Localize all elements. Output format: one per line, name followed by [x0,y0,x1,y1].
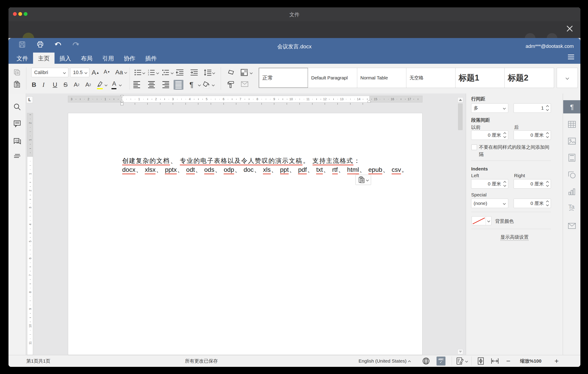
strikethrough-button[interactable]: S [63,81,68,88]
tab-references[interactable]: 引用 [97,53,119,64]
highlight-color-button[interactable] [96,80,104,89]
style-normal[interactable]: 正常 [259,68,308,88]
special-value-spinner[interactable]: 0 厘米 [514,199,551,208]
superscript-button[interactable]: A2 [74,81,80,88]
tab-collaboration[interactable]: 协作 [119,53,140,64]
bold-button[interactable]: B [32,81,36,88]
scrollbar-thumb[interactable] [458,103,463,130]
spell-check-toggle[interactable]: ABC✓ [437,355,445,367]
style-normal-table[interactable]: Normal Table [357,68,406,88]
spin-up-icon[interactable] [546,181,549,184]
bullet-list-arrow[interactable] [143,72,145,74]
shape-settings-tab[interactable] [567,170,576,179]
tab-insert[interactable]: 插入 [54,53,76,64]
paste-button[interactable] [13,81,21,88]
copy-button[interactable] [13,69,21,76]
comments-icon[interactable] [13,120,21,128]
line-spacing-value-spinner[interactable]: 1 [514,103,551,113]
headings-icon[interactable] [13,153,21,161]
header-footer-settings-tab[interactable] [567,153,576,162]
spin-up-icon[interactable] [503,181,506,184]
borders-arrow[interactable] [250,72,252,74]
multilevel-list-arrow[interactable] [171,72,173,74]
mail-merge-settings-tab[interactable] [567,221,576,231]
special-select[interactable]: (none) [471,199,508,208]
document-page[interactable]: 创建复杂的文档、专业的电子表格以及令人赞叹的演示文稿。支持主流格式： docx、… [68,113,422,355]
decrease-indent-button[interactable] [176,69,184,76]
image-settings-tab[interactable] [567,137,576,146]
fit-width-button[interactable] [491,355,499,367]
paragraph-shading-button[interactable] [203,81,210,88]
style-default-paragraph[interactable]: Default Paragrapl [308,68,357,88]
style-gallery-expand-button[interactable] [557,68,578,88]
shading-arrow[interactable] [212,84,214,86]
page-indicator[interactable]: 第1页共1页 [26,355,50,367]
change-case-button[interactable]: Aa [115,69,127,76]
close-icon[interactable] [566,25,573,32]
mail-merge-button[interactable] [241,81,248,87]
spin-up-icon[interactable] [546,132,549,135]
search-icon[interactable] [13,103,21,111]
highlight-color-arrow[interactable] [105,84,107,86]
increase-indent-button[interactable] [190,69,198,76]
line-spacing-button[interactable] [204,69,211,76]
subscript-button[interactable]: A2 [85,81,91,88]
increase-font-button[interactable]: A▲ [92,69,99,76]
chat-icon[interactable] [13,137,21,145]
align-right-button[interactable] [162,81,169,88]
spin-down-icon[interactable] [546,203,549,206]
indent-markers[interactable] [119,95,125,107]
align-center-button[interactable] [148,81,155,88]
tab-layout[interactable]: 布局 [76,53,97,64]
chart-settings-tab[interactable] [567,187,576,196]
style-heading1[interactable]: 标题1 [455,68,505,88]
style-no-spacing[interactable]: 无空格 [406,68,455,88]
numbered-list-button[interactable]: 123 [148,69,155,76]
spin-up-icon[interactable] [546,200,549,203]
tab-plugins[interactable]: 插件 [140,53,162,64]
vertical-ruler[interactable]: 211234567891011 [27,113,33,355]
zoom-out-button[interactable]: − [506,355,511,367]
zoom-in-button[interactable]: + [555,355,559,367]
align-left-button[interactable] [133,81,140,88]
spacing-before-spinner[interactable]: 0 厘米 [471,130,508,140]
bullet-list-button[interactable] [134,69,141,76]
line-spacing-arrow[interactable] [213,72,215,74]
spin-down-icon[interactable] [503,135,506,138]
track-changes-button[interactable] [456,355,468,367]
paragraph-marks-arrow[interactable] [198,84,200,86]
set-document-language-button[interactable] [422,355,430,367]
decrease-font-button[interactable]: A▼ [104,69,110,75]
spin-down-icon[interactable] [546,108,549,111]
font-size-select[interactable]: 10.5 [70,68,89,77]
paragraph-settings-tab-active[interactable]: ¶ [563,100,580,113]
justify-button-active[interactable] [174,80,183,90]
no-space-between-checkbox[interactable] [471,144,477,150]
clear-style-button[interactable] [227,69,235,76]
spin-down-icon[interactable] [546,135,549,138]
spin-up-icon[interactable] [503,132,506,135]
right-indent-marker[interactable] [367,100,371,103]
borders-button[interactable] [240,69,248,76]
language-selector[interactable]: English (United States) [358,355,410,367]
font-color-button[interactable]: A [111,80,117,89]
fit-page-button[interactable] [477,355,484,367]
numbered-list-arrow[interactable] [157,72,159,74]
indent-right-spinner[interactable]: 0 厘米 [514,179,551,188]
font-color-arrow[interactable] [119,84,121,86]
zoom-level[interactable]: 缩放%100 [520,355,542,367]
spin-down-icon[interactable] [503,184,506,187]
tab-home[interactable]: 主页 [33,53,54,64]
text-art-settings-tab[interactable]: Ta [567,203,576,212]
menu-icon[interactable] [568,53,574,61]
indent-left-spinner[interactable]: 0 厘米 [471,179,508,188]
style-heading2[interactable]: 标题2 [504,68,554,88]
tab-file[interactable]: 文件 [12,53,33,64]
tab-stop-selector[interactable]: L [26,96,33,103]
show-paragraph-marks-button[interactable]: ¶ [189,80,193,89]
advanced-settings-link[interactable]: 显示高级设置 [466,234,563,240]
spin-down-icon[interactable] [546,184,549,187]
multilevel-list-button[interactable] [162,69,169,76]
font-name-select[interactable]: Calibri [31,68,68,77]
italic-button[interactable]: I [42,81,44,88]
